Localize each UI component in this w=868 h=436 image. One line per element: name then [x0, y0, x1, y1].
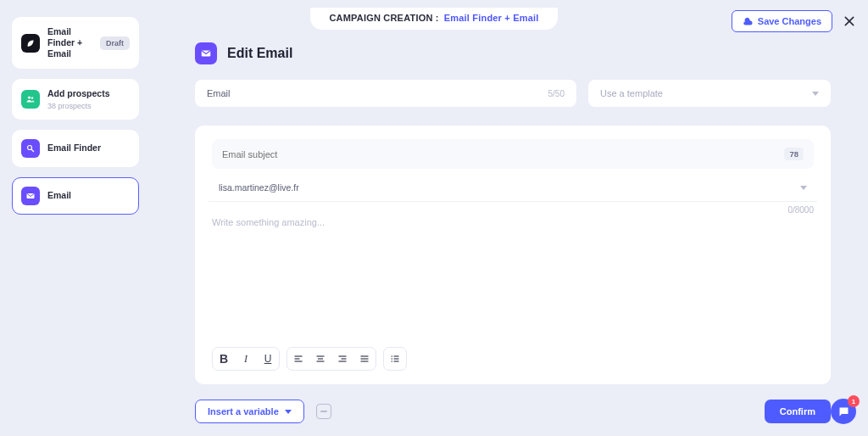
underline-button[interactable]: U [257, 348, 279, 370]
from-email: lisa.martinez@live.fr [219, 182, 299, 193]
svg-line-5 [31, 149, 34, 152]
bold-button[interactable]: B [213, 348, 235, 370]
step-subtitle: 38 prospects [47, 102, 130, 110]
mail-icon [21, 187, 40, 205]
insert-variable-button[interactable]: Insert a variable [195, 400, 304, 423]
draft-badge: Draft [100, 36, 130, 50]
svg-point-20 [392, 355, 393, 357]
svg-point-22 [392, 361, 393, 362]
svg-point-4 [28, 145, 32, 149]
step-email[interactable]: Email [12, 177, 139, 215]
confirm-button[interactable]: Confirm [765, 400, 831, 423]
step-title: Email [47, 190, 130, 201]
insert-variable-label: Insert a variable [208, 406, 279, 416]
mail-icon [195, 42, 217, 64]
campaign-label: CAMPAIGN CREATION : [329, 13, 438, 23]
align-justify-button[interactable] [353, 348, 376, 370]
step-campaign-overview[interactable]: Email Finder + Email Draft [12, 17, 139, 69]
page-title: Edit Email [227, 46, 292, 61]
from-select[interactable]: lisa.martinez@live.fr [209, 174, 817, 202]
save-label: Save Changes [758, 16, 821, 26]
align-right-button[interactable] [331, 348, 353, 370]
main-panel: Edit Email 5/50 Use a template 78 lisa.m… [195, 42, 831, 423]
save-changes-button[interactable]: Save Changes [732, 10, 832, 32]
cloud-icon [743, 16, 753, 26]
step-name-field[interactable]: 5/50 [195, 80, 576, 107]
svg-point-3 [31, 97, 33, 98]
step-name-input[interactable] [207, 88, 493, 98]
steps-sidebar: Email Finder + Email Draft Add prospects… [12, 17, 139, 215]
template-select[interactable]: Use a template [588, 80, 831, 107]
align-center-button[interactable] [309, 348, 331, 370]
step-title: Email Finder + Email [47, 26, 92, 59]
chevron-down-icon [812, 92, 819, 96]
chat-badge: 1 [848, 395, 860, 407]
body-char-count: 0/8000 [787, 205, 814, 215]
subject-input[interactable] [222, 149, 716, 159]
chat-widget[interactable]: 1 [831, 399, 856, 424]
align-left-button[interactable] [287, 348, 309, 370]
edit-header: Edit Email [195, 42, 831, 64]
chevron-down-icon [800, 186, 807, 190]
list-button[interactable] [384, 348, 406, 370]
body-textarea[interactable] [212, 217, 814, 336]
subject-field[interactable]: 78 [212, 139, 814, 169]
subject-limit-badge: 78 [784, 148, 804, 160]
leaf-icon [21, 34, 40, 53]
confirm-label: Confirm [780, 406, 815, 416]
chevron-down-icon [285, 410, 292, 414]
chat-icon [837, 405, 850, 418]
body-area: 0/8000 [212, 202, 814, 342]
step-title: Email Finder [47, 143, 130, 154]
footer: Insert a variable Confirm [195, 400, 831, 423]
step-title: Add prospects [47, 88, 130, 99]
italic-button[interactable]: I [235, 348, 257, 370]
step-email-finder[interactable]: Email Finder [12, 130, 139, 167]
name-char-count: 5/50 [548, 89, 565, 98]
campaign-breadcrumb: CAMPAIGN CREATION : Email Finder + Email [310, 8, 557, 30]
search-mail-icon [21, 139, 40, 158]
campaign-name[interactable]: Email Finder + Email [444, 13, 539, 23]
format-toolbar: B I U [212, 347, 814, 371]
svg-point-2 [28, 96, 31, 98]
email-editor-card: 78 lisa.martinez@live.fr 0/8000 B I U [195, 126, 831, 384]
template-placeholder: Use a template [600, 88, 663, 98]
step-add-prospects[interactable]: Add prospects 38 prospects [12, 79, 139, 119]
users-icon [21, 90, 40, 109]
close-icon[interactable] [843, 14, 856, 28]
svg-point-21 [392, 358, 393, 360]
preview-button[interactable] [316, 404, 331, 419]
